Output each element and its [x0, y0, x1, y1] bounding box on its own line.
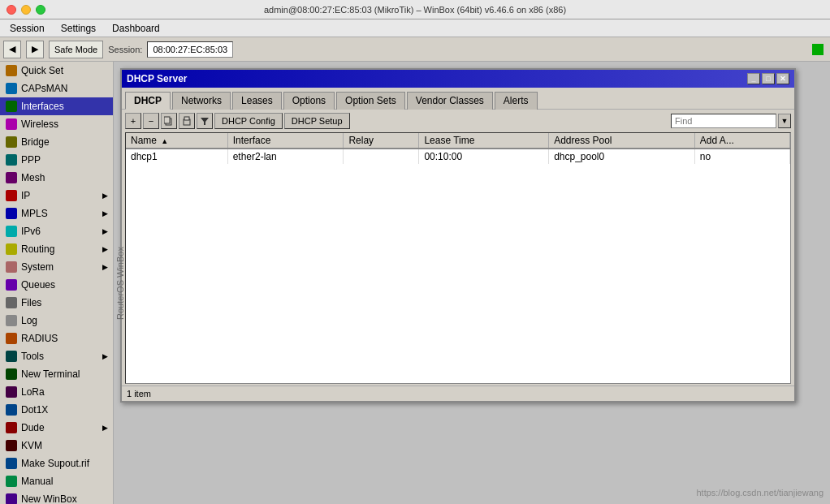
- col-relay[interactable]: Relay: [344, 133, 419, 149]
- cell-lease-time: 00:10:00: [419, 149, 549, 164]
- sidebar-label-interfaces: Interfaces: [21, 101, 64, 112]
- sidebar-label-queues: Queues: [21, 279, 55, 291]
- sidebar-item-routing[interactable]: Routing ▶: [0, 240, 113, 258]
- sidebar-item-kvm[interactable]: KVM: [0, 437, 113, 454]
- safe-mode-button[interactable]: Safe Mode: [49, 41, 103, 58]
- dhcp-restore-button[interactable]: □: [762, 73, 775, 84]
- sidebar-label-system: System: [21, 261, 54, 273]
- copy-button[interactable]: [161, 113, 177, 129]
- sidebar-label-files: Files: [21, 297, 41, 308]
- tab-options[interactable]: Options: [283, 92, 335, 110]
- tab-option-sets[interactable]: Option Sets: [336, 92, 405, 110]
- sidebar-item-queues[interactable]: Queues: [0, 276, 113, 294]
- tab-networks[interactable]: Networks: [172, 92, 231, 110]
- sidebar-label-ip: IP: [21, 190, 30, 201]
- radius-icon: [6, 333, 17, 344]
- sidebar-item-capsman[interactable]: CAPsMAN: [0, 80, 113, 97]
- forward-button[interactable]: ▶: [26, 41, 44, 58]
- dhcp-toolbar: + −: [122, 109, 794, 132]
- paste-button[interactable]: [179, 113, 195, 129]
- content-area: DHCP Server _ □ ✕ DHCP Networks Leases: [114, 62, 830, 504]
- sidebar-item-bridge[interactable]: Bridge: [0, 133, 113, 151]
- mpls-arrow-icon: ▶: [102, 209, 108, 218]
- dhcp-setup-button[interactable]: DHCP Setup: [284, 113, 350, 129]
- dhcp-tab-bar: DHCP Networks Leases Options Option Sets…: [122, 88, 794, 109]
- sidebar-label-log: Log: [21, 315, 37, 326]
- tab-vendor-classes[interactable]: Vendor Classes: [407, 92, 493, 110]
- watermark: https://blog.csdn.net/tianjiewang: [696, 488, 824, 498]
- tab-alerts[interactable]: Alerts: [495, 92, 538, 110]
- col-name[interactable]: Name ▲: [126, 133, 227, 149]
- col-add-arp[interactable]: Add A...: [694, 133, 789, 149]
- dhcp-close-button[interactable]: ✕: [776, 73, 789, 84]
- cell-add-arp: no: [694, 149, 789, 164]
- sidebar-item-radius[interactable]: RADIUS: [0, 330, 113, 347]
- sidebar-item-dot1x[interactable]: Dot1X: [0, 401, 113, 419]
- bridge-icon: [6, 136, 17, 148]
- sidebar-item-lora[interactable]: LoRa: [0, 383, 113, 401]
- sidebar-item-mpls[interactable]: MPLS ▶: [0, 205, 113, 222]
- sidebar-label-ppp: PPP: [21, 154, 41, 166]
- interfaces-icon: [6, 101, 17, 112]
- window-controls[interactable]: [6, 5, 45, 15]
- tab-dhcp[interactable]: DHCP: [125, 92, 171, 110]
- sidebar-label-radius: RADIUS: [21, 333, 58, 344]
- table-row[interactable]: dhcp1 ether2-lan 00:10:00 dhcp_pool0 no: [126, 149, 790, 164]
- sidebar-item-ip[interactable]: IP ▶: [0, 187, 113, 205]
- sidebar-item-dude[interactable]: Dude ▶: [0, 419, 113, 437]
- sidebar-item-ipv6[interactable]: IPv6 ▶: [0, 222, 113, 240]
- ip-icon: [6, 190, 17, 201]
- add-button[interactable]: +: [125, 113, 141, 129]
- sidebar-item-new-winbox[interactable]: New WinBox: [0, 490, 113, 504]
- sidebar-item-system[interactable]: System ▶: [0, 258, 113, 276]
- sidebar: Quick Set CAPsMAN Interfaces Wireless Br…: [0, 62, 114, 504]
- sidebar-item-interfaces[interactable]: Interfaces: [0, 97, 113, 115]
- col-address-pool[interactable]: Address Pool: [549, 133, 695, 149]
- tools-arrow-icon: ▶: [102, 352, 108, 360]
- mpls-icon: [6, 208, 17, 219]
- table-header-row: Name ▲ Interface Relay Lease Time: [126, 133, 790, 149]
- sidebar-item-make-supout[interactable]: Make Supout.rif: [0, 454, 113, 472]
- remove-button[interactable]: −: [143, 113, 159, 129]
- sidebar-item-wireless[interactable]: Wireless: [0, 115, 113, 133]
- tab-leases[interactable]: Leases: [232, 92, 282, 110]
- menu-dashboard[interactable]: Dashboard: [106, 21, 166, 36]
- svg-rect-3: [184, 117, 189, 120]
- sidebar-label-new-winbox: New WinBox: [21, 493, 77, 504]
- sidebar-item-new-terminal[interactable]: New Terminal: [0, 365, 113, 383]
- minimize-button[interactable]: [21, 5, 31, 15]
- sidebar-label-ipv6: IPv6: [21, 226, 41, 237]
- sidebar-label-mpls: MPLS: [21, 208, 48, 219]
- col-lease-time[interactable]: Lease Time: [419, 133, 549, 149]
- dhcp-config-button[interactable]: DHCP Config: [214, 113, 283, 129]
- mesh-icon: [6, 172, 17, 183]
- sidebar-item-ppp[interactable]: PPP: [0, 151, 113, 169]
- filter-button[interactable]: [197, 113, 213, 129]
- make-supout-icon: [6, 458, 17, 469]
- cell-interface: ether2-lan: [227, 149, 344, 164]
- search-dropdown-button[interactable]: ▼: [778, 114, 791, 128]
- sidebar-item-log[interactable]: Log: [0, 312, 113, 330]
- cell-address-pool: dhcp_pool0: [549, 149, 695, 164]
- back-button[interactable]: ◀: [3, 41, 21, 58]
- svg-marker-4: [201, 118, 209, 125]
- system-arrow-icon: ▶: [102, 263, 108, 271]
- dhcp-status-bar: 1 item: [122, 386, 794, 401]
- close-button[interactable]: [6, 5, 16, 15]
- copy-icon: [164, 116, 174, 126]
- maximize-button[interactable]: [36, 5, 45, 15]
- capsman-icon: [6, 83, 17, 94]
- col-interface[interactable]: Interface: [227, 133, 344, 149]
- window-title: admin@08:00:27:EC:85:03 (MikroTik) – Win…: [264, 5, 566, 15]
- search-input[interactable]: [671, 114, 776, 128]
- dhcp-minimize-button[interactable]: _: [747, 73, 760, 84]
- sidebar-item-files[interactable]: Files: [0, 294, 113, 312]
- sidebar-item-quick-set[interactable]: Quick Set: [0, 62, 113, 80]
- tools-icon: [6, 351, 17, 362]
- sidebar-item-mesh[interactable]: Mesh: [0, 169, 113, 187]
- sidebar-item-manual[interactable]: Manual: [0, 472, 113, 490]
- sidebar-item-tools[interactable]: Tools ▶: [0, 347, 113, 365]
- menu-session[interactable]: Session: [3, 21, 51, 36]
- dhcp-window-controls[interactable]: _ □ ✕: [747, 73, 789, 84]
- menu-settings[interactable]: Settings: [54, 21, 102, 36]
